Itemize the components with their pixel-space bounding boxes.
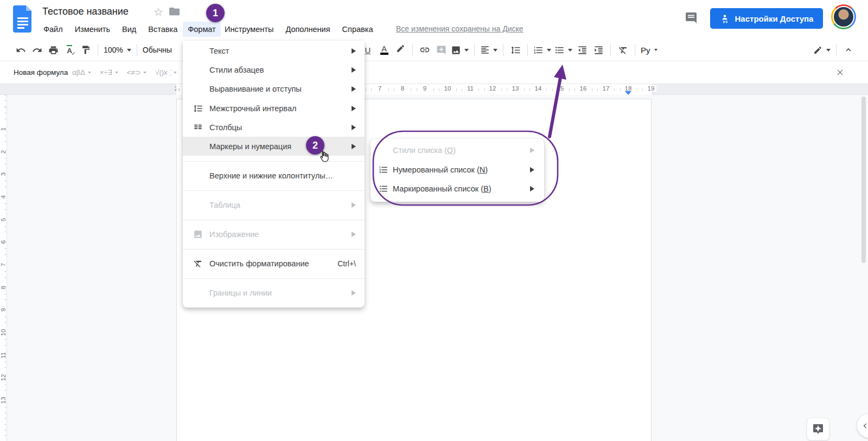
menu-edit[interactable]: Изменить <box>71 23 114 36</box>
ruler-number: 9 <box>419 85 430 92</box>
clear-formatting-button[interactable] <box>615 42 630 57</box>
menu-tools[interactable]: Инструменты <box>220 23 278 36</box>
avatar-photo <box>833 6 854 28</box>
highlight-color-button[interactable] <box>393 42 408 57</box>
outdent-button[interactable] <box>575 42 590 57</box>
menu-divider <box>183 220 365 220</box>
submenu-arrow-icon <box>352 67 356 73</box>
submenu-arrow-icon <box>352 202 356 208</box>
ruler-number: 19 <box>646 85 656 92</box>
ruler-number: 4 <box>0 191 7 202</box>
google-docs-app: Тестовое название ☆ Файл Изменить Вид Вс… <box>0 0 868 441</box>
star-icon[interactable]: ☆ <box>154 5 163 18</box>
menu-item-text[interactable]: Текст <box>183 41 365 60</box>
toolbar-mid-group: U A <box>360 39 659 61</box>
menu-item-label: Очистить форматирование <box>209 259 309 268</box>
language-label: Ру <box>641 46 650 55</box>
ruler-number: 11 <box>465 85 476 92</box>
submenu-arrow-icon <box>352 86 356 92</box>
vertical-ruler[interactable]: 1 2 3 4 5 6 7 8 9 10 11 12 13 <box>0 95 7 441</box>
ruler-number: 6 <box>0 237 7 247</box>
add-comment-button[interactable] <box>433 42 449 57</box>
save-status-link[interactable]: Все изменения сохранены на Диске <box>396 24 524 33</box>
indent-button[interactable] <box>591 42 606 57</box>
menu-item-columns[interactable]: Столбцы <box>183 118 365 137</box>
share-settings-button[interactable]: Настройки Доступа <box>710 8 823 29</box>
menu-insert[interactable]: Вставка <box>144 23 182 36</box>
menu-item-table: Таблица <box>183 195 365 214</box>
align-button[interactable] <box>479 42 499 57</box>
menu-divider <box>183 190 365 191</box>
account-avatar[interactable] <box>831 4 856 29</box>
explore-star-icon <box>812 423 825 436</box>
zoom-select[interactable]: 100% <box>103 42 132 57</box>
chevron-down-icon <box>127 49 131 52</box>
language-input-select[interactable]: Ру <box>640 42 659 57</box>
menu-item-line-spacing[interactable]: Межстрочный интервал <box>183 99 365 118</box>
submenu-arrow-icon <box>352 48 356 54</box>
editing-mode-button[interactable] <box>812 42 832 57</box>
vertical-scrollbar[interactable] <box>861 97 866 263</box>
bulleted-list-button[interactable] <box>553 42 573 57</box>
math-operators-select[interactable]: ×÷∃ <box>100 68 118 76</box>
menu-file[interactable]: Файл <box>39 23 67 36</box>
menu-item-label: Текст <box>209 47 229 55</box>
toolbar-separator <box>412 44 413 56</box>
indent-marker[interactable] <box>625 91 631 95</box>
new-formula-button[interactable]: Новая формула <box>14 68 68 76</box>
toolbar-separator <box>474 44 475 56</box>
insert-link-button[interactable] <box>417 42 432 57</box>
submenu-item-numbered-list[interactable]: Нумерованный список (N) <box>371 161 544 179</box>
menu-item-clear-formatting[interactable]: Очистить форматирование Ctrl+\ <box>183 254 365 273</box>
chevron-down-icon <box>568 49 572 52</box>
menu-format[interactable]: Формат <box>183 22 221 37</box>
submenu-arrow-icon <box>352 106 356 111</box>
toolbar-separator <box>610 44 611 56</box>
numbered-list-button[interactable] <box>532 42 552 57</box>
math-scripts-select[interactable]: √()x▫▫ <box>155 68 177 78</box>
close-equation-bar-icon[interactable] <box>836 68 844 76</box>
bulleted-list-icon <box>377 184 390 194</box>
greek-letters-select[interactable]: αβΔ <box>72 68 91 76</box>
equation-symbol-groups: αβΔ ×÷∃ <≠⊃ √()x▫▫ <box>72 68 177 78</box>
text-color-bar <box>380 53 388 55</box>
docs-logo-icon[interactable] <box>13 5 33 33</box>
line-spacing-icon <box>192 104 205 113</box>
paint-format-button[interactable] <box>78 42 93 57</box>
menu-item-bullets-numbering[interactable]: Маркеры и нумерация <box>183 137 365 156</box>
text-color-button[interactable]: A <box>376 42 392 57</box>
horizontal-ruler[interactable]: 2 7 8 9 10 11 12 13 14 15 16 17 18 19 <box>0 84 868 95</box>
comments-icon[interactable] <box>685 11 698 24</box>
numbered-list-icon <box>377 165 390 175</box>
submenu-arrow-icon <box>530 148 534 153</box>
submenu-item-bulleted-list[interactable]: Маркированный список (B) <box>371 180 544 198</box>
submenu-item-label: Нумерованный список (N) <box>393 165 488 174</box>
menu-item-label: Изображение <box>209 230 259 239</box>
menu-help[interactable]: Справка <box>338 23 378 36</box>
line-spacing-button[interactable] <box>508 42 523 57</box>
undo-button[interactable] <box>13 42 28 57</box>
relations-select[interactable]: <≠⊃ <box>127 68 147 76</box>
spellcheck-button[interactable]: A✓ <box>62 42 77 57</box>
menu-item-align-indent[interactable]: Выравнивание и отступы <box>183 79 365 98</box>
toolbar-separator <box>503 44 503 56</box>
menu-item-headers-footers[interactable]: Верхние и нижние колонтитулы… <box>183 166 365 185</box>
ruler-number: 13 <box>510 85 521 92</box>
text-color-label: A <box>381 45 387 52</box>
menu-item-paragraph-styles[interactable]: Стили абзацев <box>183 60 365 79</box>
explore-button[interactable] <box>807 418 829 440</box>
document-title[interactable]: Тестовое название <box>42 6 129 17</box>
menu-item-shortcut: Ctrl+\ <box>337 259 356 268</box>
collapse-toolbar-button[interactable] <box>841 42 856 57</box>
redo-button[interactable] <box>29 42 44 57</box>
paragraph-style-select[interactable]: Обычны <box>142 42 173 57</box>
spellcheck-check: ✓ <box>71 50 75 56</box>
submenu-arrow-icon <box>352 125 356 130</box>
print-button[interactable] <box>46 42 61 57</box>
folder-icon[interactable] <box>169 8 180 16</box>
menu-view[interactable]: Вид <box>118 23 141 36</box>
insert-image-button[interactable] <box>450 42 470 57</box>
ruler-number: 5 <box>0 214 7 225</box>
ruler-number: 9 <box>0 304 7 315</box>
menu-addons[interactable]: Дополнения <box>281 23 334 36</box>
